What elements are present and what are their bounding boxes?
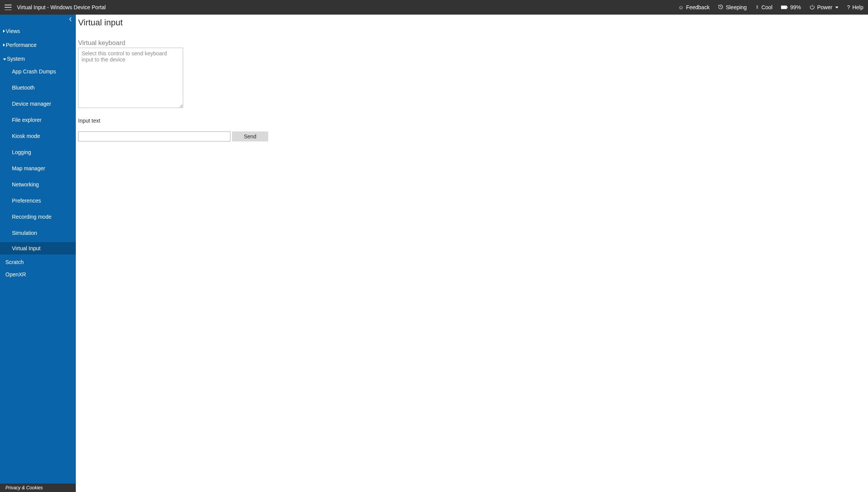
- triangle-right-icon: [3, 30, 5, 33]
- chevron-down-icon: [835, 7, 838, 8]
- privacy-cookies-link[interactable]: Privacy & Cookies: [0, 484, 76, 492]
- history-icon: [718, 4, 723, 10]
- input-text-label: Input text: [78, 118, 868, 124]
- openxr-label: OpenXR: [5, 271, 26, 278]
- sidebar-collapse-button[interactable]: [0, 15, 76, 24]
- battery-label: 99%: [790, 4, 801, 10]
- sidebar-section-openxr[interactable]: OpenXR: [0, 269, 76, 280]
- triangle-right-icon: [3, 43, 5, 47]
- views-label: Views: [6, 28, 20, 34]
- page-title: Virtual input: [78, 18, 868, 28]
- sidebar-item-networking[interactable]: Networking: [0, 178, 76, 191]
- window-title: Virtual Input - Windows Device Portal: [17, 4, 106, 10]
- sleeping-status[interactable]: Sleeping: [718, 4, 747, 10]
- sidebar: Views Performance System App Crash Dumps…: [0, 15, 76, 492]
- triangle-down-icon: [3, 58, 6, 60]
- chevron-left-icon: [69, 17, 72, 22]
- battery-status[interactable]: 99%: [781, 4, 801, 10]
- sidebar-item-simulation[interactable]: Simulation: [0, 227, 76, 239]
- battery-icon: [781, 5, 788, 10]
- sidebar-item-file-explorer[interactable]: File explorer: [0, 114, 76, 126]
- power-icon: [810, 4, 815, 10]
- sidebar-section-system[interactable]: System: [0, 54, 76, 64]
- sidebar-item-logging[interactable]: Logging: [0, 146, 76, 158]
- help-button[interactable]: ? Help: [847, 4, 863, 10]
- input-text-field[interactable]: [78, 131, 230, 141]
- temperature-status[interactable]: Cool: [755, 4, 773, 11]
- sidebar-item-device-manager[interactable]: Device manager: [0, 98, 76, 110]
- sidebar-item-app-crash-dumps[interactable]: App Crash Dumps: [0, 65, 76, 78]
- main-content: Virtual input Virtual keyboard Input tex…: [76, 15, 868, 492]
- sidebar-section-scratch[interactable]: Scratch: [0, 257, 76, 268]
- sidebar-item-kiosk-mode[interactable]: Kiosk mode: [0, 130, 76, 142]
- sidebar-item-preferences[interactable]: Preferences: [0, 194, 76, 207]
- sidebar-item-bluetooth[interactable]: Bluetooth: [0, 81, 76, 94]
- power-label: Power: [817, 4, 833, 10]
- thermometer-icon: [755, 4, 759, 11]
- sidebar-item-virtual-input[interactable]: Virtual Input: [0, 242, 76, 254]
- sidebar-item-map-manager[interactable]: Map manager: [0, 162, 76, 175]
- smile-icon: ☺: [678, 5, 684, 10]
- send-button[interactable]: Send: [232, 131, 268, 141]
- scratch-label: Scratch: [5, 259, 23, 265]
- question-icon: ?: [847, 5, 850, 10]
- feedback-button[interactable]: ☺ Feedback: [678, 4, 710, 10]
- sidebar-section-views[interactable]: Views: [0, 26, 76, 36]
- feedback-label: Feedback: [686, 4, 709, 10]
- app-header: Virtual Input - Windows Device Portal ☺ …: [0, 0, 868, 15]
- system-label: System: [7, 56, 25, 62]
- hamburger-menu-icon[interactable]: [5, 5, 12, 10]
- sleeping-label: Sleeping: [726, 4, 747, 10]
- help-label: Help: [852, 4, 863, 10]
- virtual-keyboard-input[interactable]: [78, 48, 183, 108]
- sidebar-section-performance[interactable]: Performance: [0, 40, 76, 50]
- svg-rect-1: [787, 7, 788, 8]
- sidebar-item-recording-mode[interactable]: Recording mode: [0, 211, 76, 223]
- svg-rect-0: [781, 6, 787, 9]
- nav: Views Performance System App Crash Dumps…: [0, 24, 76, 484]
- power-menu[interactable]: Power: [810, 4, 839, 10]
- virtual-keyboard-label: Virtual keyboard: [78, 39, 868, 47]
- cool-label: Cool: [761, 4, 773, 10]
- performance-label: Performance: [6, 42, 37, 48]
